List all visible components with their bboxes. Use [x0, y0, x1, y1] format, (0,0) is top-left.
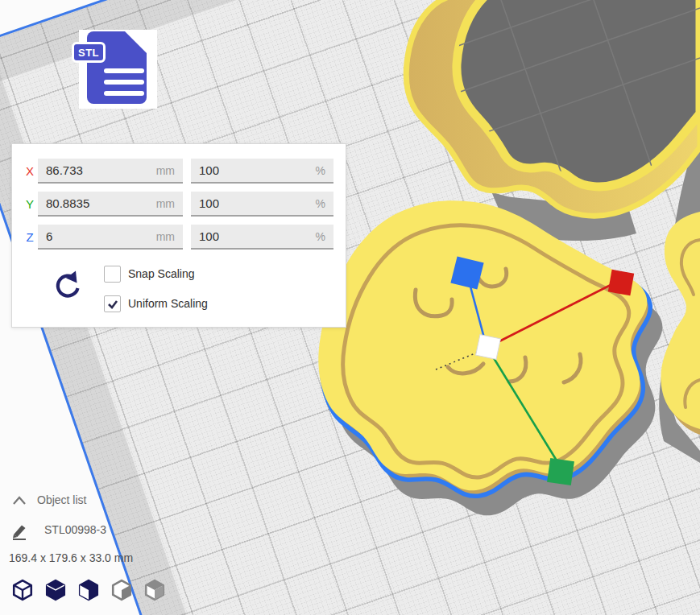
uniform-scaling-label: Uniform Scaling [128, 295, 208, 312]
stl-file-icon[interactable]: STL [79, 30, 157, 109]
y-mm-unit: mm [156, 197, 175, 210]
uniform-scaling-checkbox[interactable] [104, 295, 121, 312]
y-percent-unit: % [316, 197, 325, 210]
cube-3d-icon [11, 579, 34, 601]
z-axis-label: Z [22, 225, 38, 250]
y-percent-input[interactable] [199, 196, 316, 210]
x-axis-label: X [22, 159, 38, 184]
x-mm-field[interactable]: mm [38, 159, 183, 184]
edit-pencil-icon[interactable] [11, 522, 29, 540]
view-3d-button[interactable] [11, 579, 34, 601]
cube-top-icon [77, 579, 100, 601]
z-percent-field[interactable]: % [191, 225, 333, 250]
z-mm-unit: mm [156, 230, 175, 243]
view-front-button[interactable] [44, 579, 67, 601]
x-percent-input[interactable] [199, 163, 316, 177]
stl-folded-corner [125, 31, 147, 53]
scale-row-x: X mm % [12, 159, 346, 184]
scale-row-y: Y mm % [12, 192, 346, 217]
stl-badge-label: STL [72, 42, 106, 63]
z-percent-unit: % [316, 230, 325, 243]
object-list-item-name[interactable]: STL00998-3 [44, 523, 106, 536]
3d-viewport[interactable]: STL X mm % Y mm % Z [0, 0, 700, 615]
y-percent-field[interactable]: % [191, 192, 333, 217]
snap-scaling-label: Snap Scaling [128, 266, 195, 283]
view-right-side-button[interactable] [143, 579, 166, 601]
stl-text-line [104, 91, 144, 96]
collapse-chevron-icon[interactable] [11, 495, 27, 506]
stl-text-line [104, 68, 144, 73]
reset-scale-button[interactable] [52, 270, 83, 303]
scale-row-z: Z mm % [12, 225, 346, 250]
z-percent-input[interactable] [199, 229, 316, 243]
stl-text-line [104, 80, 144, 85]
check-icon [107, 299, 118, 310]
gizmo-x-handle[interactable] [608, 270, 634, 295]
y-mm-field[interactable]: mm [38, 192, 183, 217]
x-percent-unit: % [316, 164, 325, 177]
cube-left-icon [110, 579, 133, 601]
cube-front-icon [44, 579, 67, 601]
model-dimensions-text: 169.4 x 179.6 x 33.0 mm [9, 551, 133, 564]
z-mm-input[interactable] [46, 229, 156, 243]
scale-tool-panel: X mm % Y mm % Z mm [11, 143, 346, 328]
x-percent-field[interactable]: % [191, 159, 333, 184]
view-top-button[interactable] [77, 579, 100, 601]
snap-scaling-checkbox[interactable] [104, 266, 121, 283]
cube-right-icon [143, 579, 166, 601]
x-mm-unit: mm [156, 164, 175, 177]
camera-view-toolbar [11, 579, 166, 601]
x-mm-input[interactable] [46, 163, 156, 177]
y-axis-label: Y [22, 192, 38, 217]
gizmo-y-handle[interactable] [547, 458, 574, 485]
view-left-side-button[interactable] [110, 579, 133, 601]
z-mm-field[interactable]: mm [38, 225, 183, 250]
object-list-header[interactable]: Object list [37, 493, 86, 506]
y-mm-input[interactable] [46, 196, 156, 210]
gizmo-center-handle[interactable] [476, 335, 501, 360]
